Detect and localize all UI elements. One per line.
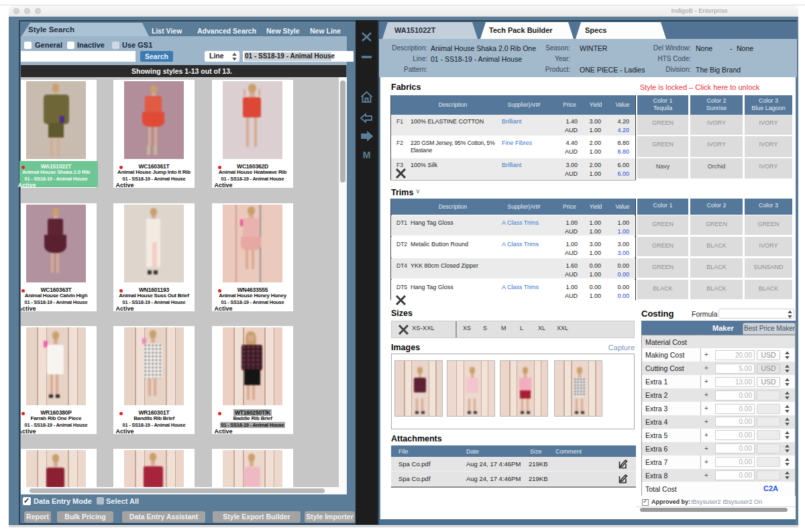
svg-text:M: M (363, 150, 371, 160)
